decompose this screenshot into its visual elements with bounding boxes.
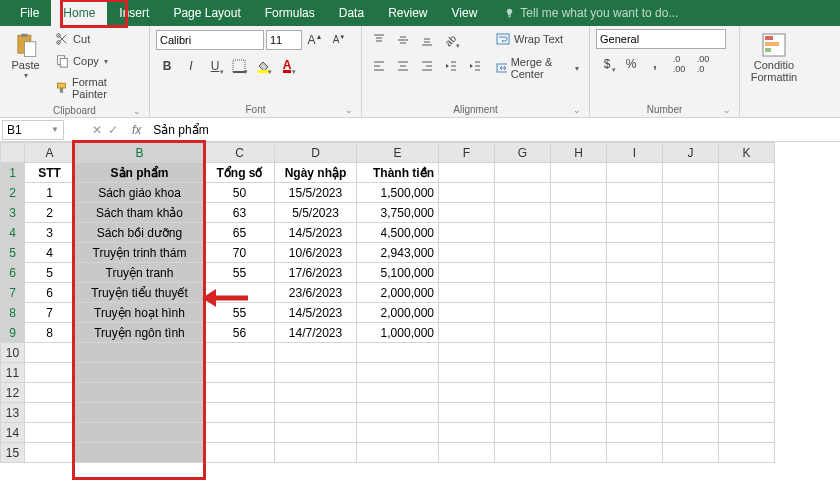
cell-F9[interactable]: [439, 323, 495, 343]
cell-D11[interactable]: [275, 363, 357, 383]
cell-J8[interactable]: [663, 303, 719, 323]
cell-D13[interactable]: [275, 403, 357, 423]
cell-B4[interactable]: Sách bồi dưỡng: [75, 223, 205, 243]
cell-B5[interactable]: Truyện trinh thám: [75, 243, 205, 263]
cell-D1[interactable]: Ngày nhập: [275, 163, 357, 183]
cell-F5[interactable]: [439, 243, 495, 263]
cell-A4[interactable]: 3: [25, 223, 75, 243]
cell-K7[interactable]: [719, 283, 775, 303]
cell-A11[interactable]: [25, 363, 75, 383]
col-header-K[interactable]: K: [719, 143, 775, 163]
cell-F14[interactable]: [439, 423, 495, 443]
cell-I13[interactable]: [607, 403, 663, 423]
underline-button[interactable]: U: [204, 55, 226, 77]
cell-H4[interactable]: [551, 223, 607, 243]
cell-I2[interactable]: [607, 183, 663, 203]
cell-J2[interactable]: [663, 183, 719, 203]
shrink-font-button[interactable]: A▼: [328, 29, 350, 51]
cell-A14[interactable]: [25, 423, 75, 443]
row-header-1[interactable]: 1: [1, 163, 25, 183]
cell-G14[interactable]: [495, 423, 551, 443]
cell-I11[interactable]: [607, 363, 663, 383]
cell-A6[interactable]: 5: [25, 263, 75, 283]
cell-I3[interactable]: [607, 203, 663, 223]
cell-B13[interactable]: [75, 403, 205, 423]
cell-H5[interactable]: [551, 243, 607, 263]
cell-F15[interactable]: [439, 443, 495, 463]
comma-format-button[interactable]: ,: [644, 53, 666, 75]
align-bottom-button[interactable]: [416, 29, 438, 51]
tab-insert[interactable]: Insert: [107, 0, 161, 26]
bold-button[interactable]: B: [156, 55, 178, 77]
col-header-E[interactable]: E: [357, 143, 439, 163]
fill-color-button[interactable]: [252, 55, 274, 77]
wrap-text-button[interactable]: Wrap Text: [492, 29, 583, 49]
cell-K11[interactable]: [719, 363, 775, 383]
cell-C3[interactable]: 63: [205, 203, 275, 223]
cell-K10[interactable]: [719, 343, 775, 363]
cell-K15[interactable]: [719, 443, 775, 463]
cell-A9[interactable]: 8: [25, 323, 75, 343]
cell-G13[interactable]: [495, 403, 551, 423]
merge-center-button[interactable]: Merge & Center▾: [492, 53, 583, 83]
cell-F6[interactable]: [439, 263, 495, 283]
cell-I14[interactable]: [607, 423, 663, 443]
tab-file[interactable]: File: [8, 0, 51, 26]
increase-indent-button[interactable]: [464, 55, 486, 77]
cell-E6[interactable]: 5,100,000: [357, 263, 439, 283]
paste-button[interactable]: Paste▾: [6, 29, 45, 103]
row-header-8[interactable]: 8: [1, 303, 25, 323]
cell-E15[interactable]: [357, 443, 439, 463]
cell-A5[interactable]: 4: [25, 243, 75, 263]
row-header-15[interactable]: 15: [1, 443, 25, 463]
cell-I15[interactable]: [607, 443, 663, 463]
cell-E14[interactable]: [357, 423, 439, 443]
cell-I8[interactable]: [607, 303, 663, 323]
cell-F3[interactable]: [439, 203, 495, 223]
align-left-button[interactable]: [368, 55, 390, 77]
cell-K6[interactable]: [719, 263, 775, 283]
cell-C11[interactable]: [205, 363, 275, 383]
tell-me-search[interactable]: Tell me what you want to do...: [504, 6, 678, 20]
cancel-formula-icon[interactable]: ✕: [92, 123, 102, 137]
cell-B1[interactable]: Sản phẩm: [75, 163, 205, 183]
cell-K14[interactable]: [719, 423, 775, 443]
cell-F10[interactable]: [439, 343, 495, 363]
cell-K4[interactable]: [719, 223, 775, 243]
cell-D15[interactable]: [275, 443, 357, 463]
cell-J6[interactable]: [663, 263, 719, 283]
align-center-button[interactable]: [392, 55, 414, 77]
cell-G7[interactable]: [495, 283, 551, 303]
cell-I7[interactable]: [607, 283, 663, 303]
align-right-button[interactable]: [416, 55, 438, 77]
cell-G11[interactable]: [495, 363, 551, 383]
cell-H14[interactable]: [551, 423, 607, 443]
cell-F11[interactable]: [439, 363, 495, 383]
grow-font-button[interactable]: A▲: [304, 29, 326, 51]
cell-G15[interactable]: [495, 443, 551, 463]
cell-D7[interactable]: 23/6/2023: [275, 283, 357, 303]
cut-button[interactable]: Cut: [51, 29, 143, 49]
italic-button[interactable]: I: [180, 55, 202, 77]
tab-formulas[interactable]: Formulas: [253, 0, 327, 26]
tab-home[interactable]: Home: [51, 0, 107, 26]
row-header-2[interactable]: 2: [1, 183, 25, 203]
cell-J12[interactable]: [663, 383, 719, 403]
cell-K8[interactable]: [719, 303, 775, 323]
cell-D14[interactable]: [275, 423, 357, 443]
col-header-G[interactable]: G: [495, 143, 551, 163]
cell-E8[interactable]: 2,000,000: [357, 303, 439, 323]
cell-J10[interactable]: [663, 343, 719, 363]
cell-H13[interactable]: [551, 403, 607, 423]
cell-A2[interactable]: 1: [25, 183, 75, 203]
cell-J1[interactable]: [663, 163, 719, 183]
cell-K3[interactable]: [719, 203, 775, 223]
cell-J7[interactable]: [663, 283, 719, 303]
cell-G4[interactable]: [495, 223, 551, 243]
cell-E5[interactable]: 2,943,000: [357, 243, 439, 263]
cell-B9[interactable]: Truyện ngôn tình: [75, 323, 205, 343]
cell-D10[interactable]: [275, 343, 357, 363]
row-header-3[interactable]: 3: [1, 203, 25, 223]
cell-D6[interactable]: 17/6/2023: [275, 263, 357, 283]
row-header-10[interactable]: 10: [1, 343, 25, 363]
